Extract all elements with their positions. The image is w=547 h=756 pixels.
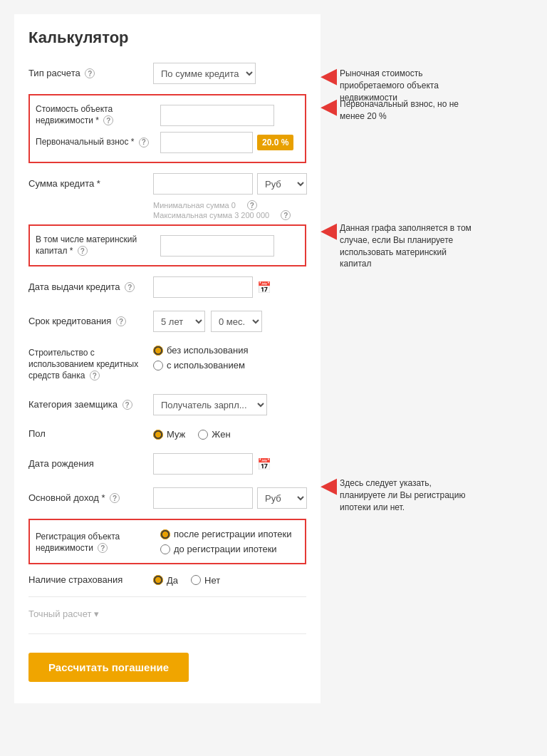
insurance-input-col: Да Нет <box>153 575 306 586</box>
registration-radio2[interactable] <box>160 544 170 554</box>
insurance-row: Наличие страхования Да Нет <box>28 571 306 589</box>
arrow-2-icon: ◀ <box>321 95 337 117</box>
initial-payment-input[interactable]: 800 000 <box>160 132 253 153</box>
issue-date-label: Дата выдачи кредита ? <box>28 281 153 294</box>
registration-option1[interactable]: после регистрации ипотеки <box>160 529 291 539</box>
registration-input-col: после регистрации ипотеки до регистрации… <box>160 529 299 554</box>
gender-radio-female[interactable] <box>198 430 208 440</box>
calculator-form: Калькулятор Тип расчета ? По сумме креди… <box>14 14 321 703</box>
credit-sum-input[interactable]: 3 200 000 <box>153 173 253 195</box>
precise-calc-row[interactable]: Точный расчет ▾ <box>28 609 99 619</box>
registration-option2[interactable]: до регистрации ипотеки <box>160 544 291 554</box>
registration-radio1[interactable] <box>160 529 170 539</box>
credit-sum-input-col: 3 200 000 Руб USD EUR <box>153 173 307 195</box>
initial-payment-input-col: 800 000 20.0 % <box>160 132 299 153</box>
insurance-no[interactable]: Нет <box>191 575 220 586</box>
registration-radio-group: после регистрации ипотеки до регистрации… <box>160 529 291 554</box>
income-input-col: 50 000 Руб USD EUR <box>153 487 307 509</box>
maternity-capital-help[interactable]: ? <box>78 246 88 256</box>
annotation-4-text: Здесь следует указать, планируете ли Вы … <box>340 477 472 513</box>
highlighted-block-2: В том числе материнский капитал * ? 0 <box>28 224 306 266</box>
construction-option2[interactable]: с использованием <box>153 360 248 371</box>
birth-date-calendar-icon[interactable]: 📅 <box>257 457 271 471</box>
gender-male[interactable]: Муж <box>153 429 185 440</box>
term-label: Срок кредитования ? <box>28 316 153 328</box>
maternity-capital-row: В том числе материнский капитал * ? 0 <box>36 232 299 259</box>
term-input-col: 5 лет 1 лет 10 лет 15 лет 0 мес. 1 мес. … <box>153 311 306 332</box>
issue-date-input[interactable]: 20.03.2016 <box>153 276 253 298</box>
issue-date-help[interactable]: ? <box>125 282 135 292</box>
gender-radio-group: Муж Жен <box>153 429 231 440</box>
income-currency[interactable]: Руб USD EUR <box>257 487 307 509</box>
credit-sum-row: Сумма кредита * 3 200 000 Руб USD EUR <box>28 170 306 197</box>
annotations-panel: ◀ Рыночная стоимость приобретаемого объе… <box>321 14 547 656</box>
divider2 <box>28 633 306 634</box>
credit-sum-label: Сумма кредита * <box>28 178 153 190</box>
maternity-capital-input-col: 0 <box>160 235 299 257</box>
insurance-label: Наличие страхования <box>28 574 153 586</box>
term-row: Срок кредитования ? 5 лет 1 лет 10 лет 1… <box>28 308 306 335</box>
initial-payment-row: Первоначальный взнос * ? 800 000 20.0 % <box>36 129 299 156</box>
page-title: Калькулятор <box>28 29 306 47</box>
max-hint-icon[interactable]: ? <box>281 210 291 220</box>
construction-option1[interactable]: без использования <box>153 345 248 356</box>
arrow-4-icon: ◀ <box>321 475 337 496</box>
calculation-type-label: Тип расчета ? <box>28 68 153 80</box>
term-years-select[interactable]: 5 лет 1 лет 10 лет 15 лет <box>153 311 205 332</box>
property-cost-row: Стоимость объекта недвижимости * ? 4 000… <box>36 101 299 129</box>
maternity-capital-label: В том числе материнский капитал * ? <box>36 234 160 257</box>
borrower-category-select[interactable]: Получатель зарпл... Работник бюджета Дру… <box>153 394 267 415</box>
property-cost-input-col: 4 000 000 <box>160 105 299 126</box>
registration-row: Регистрация объекта недвижимости ? после… <box>36 526 299 557</box>
property-cost-help[interactable]: ? <box>103 115 113 125</box>
page-wrapper: Калькулятор Тип расчета ? По сумме креди… <box>14 14 547 703</box>
calculation-type-row: Тип расчета ? По сумме кредита По доходу… <box>28 60 306 87</box>
annotation-3-text: Данная графа заполняется в том случае, е… <box>340 222 472 270</box>
gender-female[interactable]: Жен <box>198 429 230 440</box>
initial-payment-help[interactable]: ? <box>139 138 149 147</box>
birth-date-input[interactable]: 20.03.1995 <box>153 453 253 475</box>
borrower-category-help[interactable]: ? <box>123 400 132 410</box>
annotation-2-text: Первоначальный взнос, но не менее 20 % <box>340 98 472 123</box>
highlighted-block-3: Регистрация объекта недвижимости ? после… <box>28 519 306 564</box>
gender-radio-male[interactable] <box>153 430 163 440</box>
insurance-yes[interactable]: Да <box>153 575 178 586</box>
gender-row: Пол Муж Жен <box>28 425 306 443</box>
calculation-type-select[interactable]: По сумме кредита По доходу По стоимости <box>153 63 256 84</box>
percent-badge: 20.0 % <box>257 135 293 150</box>
insurance-radio-group: Да Нет <box>153 575 220 586</box>
construction-help[interactable]: ? <box>90 371 100 380</box>
registration-help[interactable]: ? <box>98 543 108 553</box>
issue-date-calendar-icon[interactable]: 📅 <box>257 281 271 294</box>
birth-date-row: Дата рождения 20.03.1995 📅 <box>28 450 306 477</box>
credit-sum-currency[interactable]: Руб USD EUR <box>257 173 307 195</box>
issue-date-row: Дата выдачи кредита ? 20.03.2016 📅 <box>28 274 306 301</box>
birth-date-label: Дата рождения <box>28 458 153 470</box>
insurance-radio-no[interactable] <box>191 575 201 585</box>
registration-label: Регистрация объекта недвижимости ? <box>36 529 160 554</box>
calculation-type-help[interactable]: ? <box>85 68 95 78</box>
income-label: Основной доход * ? <box>28 492 153 504</box>
divider <box>28 596 306 597</box>
borrower-category-input-col: Получатель зарпл... Работник бюджета Дру… <box>153 394 306 415</box>
income-help[interactable]: ? <box>110 493 120 503</box>
min-hint-icon[interactable]: ? <box>247 200 257 210</box>
annotation-4: ◀ Здесь следует указать, планируете ли В… <box>321 477 472 513</box>
income-input[interactable]: 50 000 <box>153 487 253 509</box>
insurance-radio-yes[interactable] <box>153 575 163 585</box>
property-cost-input[interactable]: 4 000 000 <box>160 105 274 126</box>
term-help[interactable]: ? <box>116 316 126 326</box>
highlighted-block-1: Стоимость объекта недвижимости * ? 4 000… <box>28 94 306 163</box>
maternity-capital-input[interactable]: 0 <box>160 235 274 257</box>
term-months-select[interactable]: 0 мес. 1 мес. 2 мес. <box>211 311 262 332</box>
construction-radio1[interactable] <box>153 346 163 356</box>
borrower-category-row: Категория заемщика ? Получатель зарпл...… <box>28 391 306 418</box>
construction-radio-group: без использования с использованием <box>153 345 248 371</box>
birth-date-input-col: 20.03.1995 📅 <box>153 453 306 475</box>
construction-radio2[interactable] <box>153 361 163 371</box>
calculate-button[interactable]: Рассчитать погашение <box>28 653 189 682</box>
property-cost-label: Стоимость объекта недвижимости * ? <box>36 104 160 126</box>
annotation-3: ◀ Данная графа заполняется в том случае,… <box>321 222 472 270</box>
arrow-1-icon: ◀ <box>321 65 337 86</box>
credit-sum-hints: Минимальная сумма 0 ? Максимальная сумма… <box>153 200 306 220</box>
